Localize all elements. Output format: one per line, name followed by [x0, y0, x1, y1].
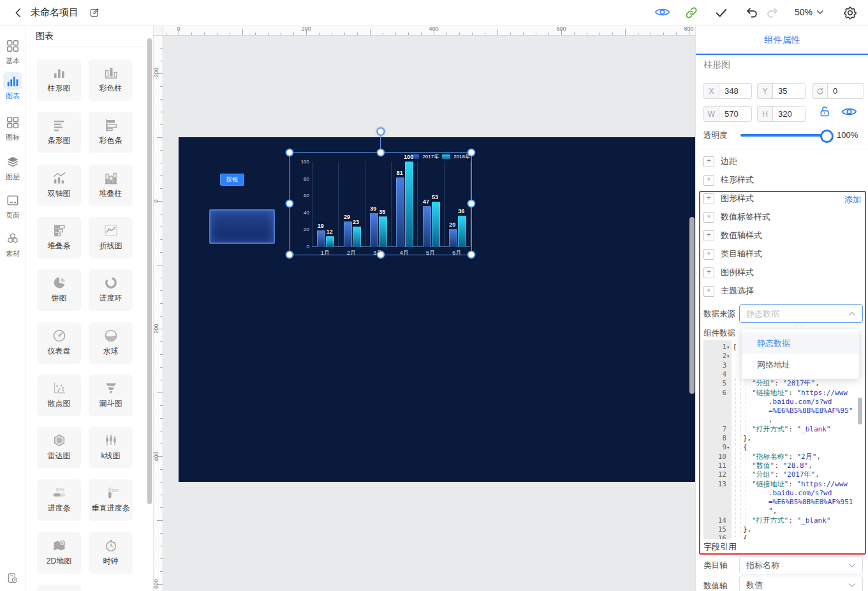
- rotate-field-value[interactable]: 0: [828, 84, 864, 98]
- opacity-slider-track[interactable]: [740, 134, 832, 137]
- unlock-icon[interactable]: [818, 105, 832, 121]
- section-row-主题选择[interactable]: +主题选择: [703, 285, 754, 297]
- resize-handle[interactable]: [286, 251, 294, 259]
- expand-plus-icon[interactable]: +: [703, 193, 714, 204]
- preview-eye-icon[interactable]: [654, 6, 670, 19]
- section-row-图形样式[interactable]: +图形样式: [703, 193, 754, 204]
- chart-type-card-bar-chart-h[interactable]: 条形图: [37, 112, 81, 153]
- line-chart-icon: [89, 222, 133, 239]
- edit-title-icon[interactable]: [89, 7, 100, 18]
- sidebar-item-1[interactable]: 基本: [0, 37, 26, 66]
- sidebar-item-2[interactable]: 图表: [0, 72, 26, 101]
- chart-type-label: 雷达图: [37, 451, 81, 461]
- y-field[interactable]: Y 35: [757, 83, 805, 99]
- resize-handle[interactable]: [376, 251, 385, 259]
- back-icon[interactable]: [13, 6, 24, 20]
- w-field[interactable]: W 570: [703, 106, 752, 122]
- expand-plus-icon[interactable]: +: [703, 230, 714, 241]
- history-icon[interactable]: [0, 569, 26, 588]
- fold-arrow-icon[interactable]: ▾: [726, 352, 730, 361]
- rotate-handle[interactable]: [377, 128, 385, 136]
- panel-scrollbar[interactable]: [147, 38, 152, 504]
- sidebar-item-5[interactable]: 页面: [0, 191, 26, 220]
- expand-plus-icon[interactable]: +: [703, 175, 714, 186]
- redo-icon[interactable]: [765, 6, 779, 20]
- section-row-边距[interactable]: +边距: [703, 156, 737, 167]
- zoom-select[interactable]: 50%: [795, 7, 824, 17]
- undo-icon[interactable]: [745, 6, 759, 20]
- category-axis-select[interactable]: 指标名称: [739, 556, 863, 574]
- resize-handle[interactable]: [467, 251, 476, 259]
- component-data-label: 组件数据: [703, 328, 735, 339]
- chart-type-card-pie-chart[interactable]: 饼图: [37, 269, 81, 311]
- canvas-rectangle-widget[interactable]: [209, 209, 275, 244]
- fold-arrow-icon[interactable]: ▾: [726, 443, 730, 452]
- chart-type-card-line-chart[interactable]: 折线图: [89, 217, 133, 258]
- link-icon[interactable]: [684, 6, 698, 20]
- opacity-slider-knob[interactable]: [820, 130, 834, 143]
- canvas-button-widget[interactable]: 按钮: [220, 174, 244, 186]
- w-field-value[interactable]: 570: [719, 107, 751, 121]
- ruler-tick: [160, 303, 163, 304]
- apply-check-icon[interactable]: [714, 6, 728, 20]
- chart-type-card-map-2d[interactable]: 2D地图: [37, 532, 81, 574]
- expand-plus-icon[interactable]: +: [703, 286, 714, 297]
- expand-plus-icon[interactable]: +: [703, 249, 714, 260]
- sidebar-item-3[interactable]: 图标: [0, 114, 26, 142]
- resize-handle[interactable]: [467, 149, 476, 157]
- chart-type-card-liquid-ball[interactable]: 水球: [89, 322, 133, 364]
- section-row-数值标签样式[interactable]: +数值标签样式: [703, 211, 770, 223]
- dropdown-option-static[interactable]: 静态数据: [742, 333, 859, 354]
- data-source-label: 数据来源: [703, 309, 735, 320]
- resize-handle[interactable]: [286, 200, 294, 208]
- chart-type-card-column-chart[interactable]: 柱形图: [37, 59, 81, 101]
- add-graphic-style-link[interactable]: 添加: [844, 194, 861, 206]
- expand-plus-icon[interactable]: +: [703, 267, 714, 278]
- chart-type-card-dual-axis[interactable]: 双轴图: [37, 165, 81, 206]
- section-row-柱形样式[interactable]: +柱形样式: [703, 174, 754, 186]
- section-row-图例样式[interactable]: +图例样式: [703, 267, 754, 278]
- value-axis-select[interactable]: 数值: [739, 576, 863, 591]
- editor-scrollbar[interactable]: [858, 398, 862, 424]
- x-field-value[interactable]: 348: [719, 84, 751, 98]
- design-page[interactable]: 按钮 2017年 2018年 02040608010019121月29232月3…: [179, 137, 695, 482]
- chart-type-card-progress-ring[interactable]: 进度环: [89, 269, 133, 311]
- canvas-scrollbar[interactable]: [689, 217, 695, 394]
- rotate-field[interactable]: 0: [812, 83, 864, 99]
- section-row-类目轴样式[interactable]: +类目轴样式: [703, 248, 762, 260]
- y-field-value[interactable]: 35: [773, 84, 805, 98]
- chart-type-card-gauge[interactable]: 仪表盘: [37, 322, 81, 364]
- chart-type-card-kline-chart[interactable]: k线图: [89, 427, 133, 468]
- section-row-数值轴样式[interactable]: +数值轴样式: [703, 230, 762, 241]
- line-number: 5: [703, 379, 726, 388]
- fold-arrow-icon[interactable]: ▾: [726, 343, 730, 352]
- selected-bar-chart[interactable]: 2017年 2018年 02040608010019121月29232月3935…: [289, 152, 472, 255]
- chart-type-card-scatter-chart[interactable]: 散点图: [37, 375, 81, 416]
- visibility-eye-icon[interactable]: [841, 106, 857, 120]
- chart-type-card-funnel-chart[interactable]: 漏斗图: [89, 375, 133, 416]
- bar-value-label: 81: [397, 170, 403, 176]
- h-field[interactable]: H 320: [757, 106, 805, 122]
- chart-type-card-stacked-column[interactable]: 堆叠柱: [89, 165, 133, 206]
- dropdown-option-network[interactable]: 网络地址: [742, 354, 859, 376]
- expand-plus-icon[interactable]: +: [703, 156, 714, 167]
- chart-type-card-stacked-bar[interactable]: 堆叠条: [37, 217, 81, 258]
- chart-type-card-color-bar[interactable]: 彩色条: [89, 112, 133, 153]
- chart-type-card-radar-chart[interactable]: 雷达图: [37, 427, 81, 468]
- sidebar-item-4[interactable]: 图层: [0, 153, 26, 182]
- sidebar-item-6[interactable]: 素材: [0, 230, 26, 258]
- chart-type-card-progress-bar[interactable]: 50%进度条: [37, 479, 81, 521]
- resize-handle[interactable]: [286, 149, 294, 157]
- data-source-select[interactable]: 静态数据: [739, 304, 863, 323]
- settings-gear-icon[interactable]: [843, 6, 857, 20]
- chart-type-card-clock[interactable]: 时钟: [89, 532, 133, 574]
- x-field[interactable]: X 348: [703, 83, 752, 99]
- chart-type-card-progress-bar-v[interactable]: 50%垂直进度条: [89, 479, 133, 521]
- expand-plus-icon[interactable]: +: [703, 212, 714, 223]
- chart-type-card-color-column[interactable]: 彩色柱: [89, 59, 133, 101]
- resize-handle[interactable]: [376, 149, 385, 157]
- h-field-value[interactable]: 320: [773, 107, 805, 121]
- chart-type-card-partial[interactable]: [37, 585, 81, 591]
- properties-tab[interactable]: 组件属性: [765, 34, 800, 46]
- resize-handle[interactable]: [467, 200, 476, 208]
